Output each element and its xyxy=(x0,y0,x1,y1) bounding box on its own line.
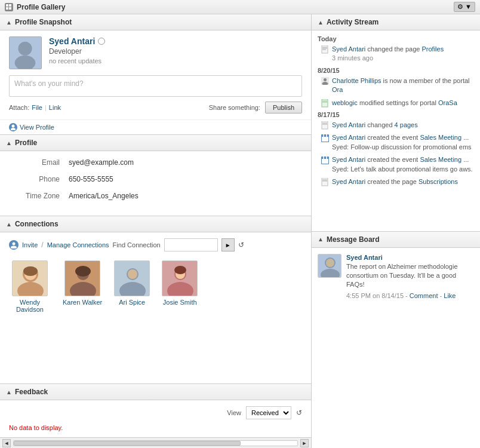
gear-button[interactable]: ⚙ ▼ xyxy=(454,2,475,12)
activity-time-1: 3 minutes ago xyxy=(332,54,444,63)
charlotte-link[interactable]: Charlotte Phillips xyxy=(332,77,381,84)
syed-link-5[interactable]: Syed Antari xyxy=(332,178,365,185)
subscriptions-link[interactable]: Subscriptions xyxy=(419,178,458,185)
slash-divider: / xyxy=(41,241,43,249)
email-value: syed@example.com xyxy=(69,158,134,167)
scroll-right-arrow[interactable]: ► xyxy=(300,439,309,447)
date-820: 8/20/15 xyxy=(318,67,474,74)
svg-rect-52 xyxy=(322,178,328,186)
ora-link-1[interactable]: Ora xyxy=(332,86,343,93)
sales-meeting-link-2[interactable]: Sales Meeting xyxy=(420,156,461,163)
post-placeholder: What's on your mind? xyxy=(14,79,84,88)
weblogic-link[interactable]: weblogic xyxy=(332,99,358,106)
connections-header: ▲ Connections xyxy=(0,216,311,232)
like-link[interactable]: Like xyxy=(444,292,456,299)
activity-text-2: Charlotte Phillips is now a member of th… xyxy=(332,76,474,95)
svg-point-23 xyxy=(128,269,137,279)
phone-field-row: Phone 650-555-5555 xyxy=(12,175,299,183)
connections-icon xyxy=(9,240,19,250)
publish-button[interactable]: Publish xyxy=(265,102,302,113)
manage-connections-link[interactable]: Manage Connections xyxy=(47,241,109,248)
activity-text-5: Syed Antari created the event Sales Meet… xyxy=(332,133,474,152)
phone-value: 650-555-5555 xyxy=(69,175,113,183)
activity-text-3: weblogic modified settings for portal Or… xyxy=(332,99,457,108)
message-body: Syed Antari The report on Alzheimer meth… xyxy=(312,248,480,305)
connection-wendy[interactable]: Wendy Davidson xyxy=(9,260,51,313)
message-item: Syed Antari The report on Alzheimer meth… xyxy=(318,254,474,299)
connection-karen[interactable]: Karen Walker xyxy=(63,260,102,313)
scrollbar-thumb xyxy=(14,441,241,446)
msg-meta: 4:55 PM on 8/14/15 - Comment - Like xyxy=(346,292,474,299)
no-data-label: No data to display. xyxy=(9,424,302,431)
activity-item-3: weblogic modified settings for portal Or… xyxy=(318,99,474,108)
syed-link-2[interactable]: Syed Antari xyxy=(332,121,365,128)
profiles-link[interactable]: Profiles xyxy=(421,45,444,53)
timezone-value: America/Los_Angeles xyxy=(69,192,139,200)
wendy-name: Wendy Davidson xyxy=(9,299,51,313)
syed-link-3[interactable]: Syed Antari xyxy=(332,134,365,141)
bottom-scrollbar[interactable]: ◄ ► xyxy=(0,437,311,448)
share-label: Share something: xyxy=(209,104,260,111)
profile-section: ▲ Profile Email syed@example.com Phone 6… xyxy=(0,135,311,216)
svg-rect-39 xyxy=(322,121,328,129)
view-select[interactable]: Received xyxy=(246,406,291,419)
page-icon xyxy=(321,45,329,54)
triangle-icon-5: ▲ xyxy=(318,19,324,26)
profile-title: Profile xyxy=(15,139,37,147)
file-link[interactable]: File xyxy=(32,104,42,111)
wendy-avatar xyxy=(12,260,48,296)
person-activity-icon xyxy=(321,77,329,85)
scrollbar-track[interactable] xyxy=(13,440,298,446)
find-refresh-button[interactable]: ↺ xyxy=(238,241,244,249)
activity-group-817: 8/17/15 Syed Antari xyxy=(318,111,474,186)
activity-item-6: Syed Antari created the event Sales Meet… xyxy=(318,155,474,174)
activity-stream-section: ▲ Activity Stream Today xyxy=(312,14,480,232)
no-updates-text: no recent updates xyxy=(49,57,302,65)
connections-list: Wendy Davidson Karen Walker xyxy=(9,257,302,316)
event-icon-2 xyxy=(321,156,329,164)
user-role-text: Developer xyxy=(49,47,302,56)
person-icon xyxy=(9,123,17,131)
phone-label: Phone xyxy=(12,175,60,183)
svg-rect-36 xyxy=(322,99,328,107)
view-profile-link[interactable]: View Profile xyxy=(0,119,311,134)
scroll-left-arrow[interactable]: ◄ xyxy=(2,439,11,447)
ari-avatar xyxy=(114,260,150,296)
svg-rect-49 xyxy=(322,157,328,159)
msg-timestamp: 4:55 PM on 8/14/15 xyxy=(346,292,404,299)
message-board-title: Message Board xyxy=(327,235,380,244)
connections-title: Connections xyxy=(15,220,59,228)
svg-point-5 xyxy=(18,42,32,56)
msg-content: Syed Antari The report on Alzheimer meth… xyxy=(346,254,474,299)
msg-author[interactable]: Syed Antari xyxy=(346,254,383,261)
page-icon-2 xyxy=(321,99,329,108)
status-dot xyxy=(98,38,105,45)
connection-josie[interactable]: Josie Smith xyxy=(162,260,198,313)
post-input[interactable]: What's on your mind? xyxy=(9,75,302,97)
triangle-icon-4: ▲ xyxy=(6,389,12,395)
syed-link-1[interactable]: Syed Antari xyxy=(332,45,365,53)
comment-link[interactable]: Comment xyxy=(410,292,438,299)
message-board-header: ▲ Message Board xyxy=(312,232,480,248)
connection-ari[interactable]: Ari Spice xyxy=(114,260,150,313)
syed-link-4[interactable]: Syed Antari xyxy=(332,156,365,163)
feedback-refresh-button[interactable]: ↺ xyxy=(296,409,302,417)
pages-link[interactable]: 4 pages xyxy=(395,121,418,128)
orasa-link[interactable]: OraSa xyxy=(438,99,457,106)
activity-text-7: Syed Antari created the page Subscriptio… xyxy=(332,177,458,186)
find-connection-input[interactable] xyxy=(164,238,218,251)
profile-snapshot-title: Profile Snapshot xyxy=(15,18,72,26)
connections-section: ▲ Connections Invite / Manage Connection… xyxy=(0,216,311,384)
link-link[interactable]: Link xyxy=(49,104,61,111)
title-text: Profile Gallery xyxy=(17,3,65,11)
svg-point-58 xyxy=(326,259,334,267)
divider: | xyxy=(45,104,47,111)
find-label: Find Connection xyxy=(113,241,161,248)
svg-point-28 xyxy=(174,266,186,274)
invite-link[interactable]: Invite xyxy=(22,241,38,248)
user-info: Syed Antari Developer no recent updates xyxy=(49,36,302,65)
find-go-button[interactable]: ► xyxy=(221,238,235,251)
sales-meeting-link-1[interactable]: Sales Meeting xyxy=(420,134,461,141)
svg-point-10 xyxy=(11,246,17,249)
svg-rect-48 xyxy=(322,158,328,164)
